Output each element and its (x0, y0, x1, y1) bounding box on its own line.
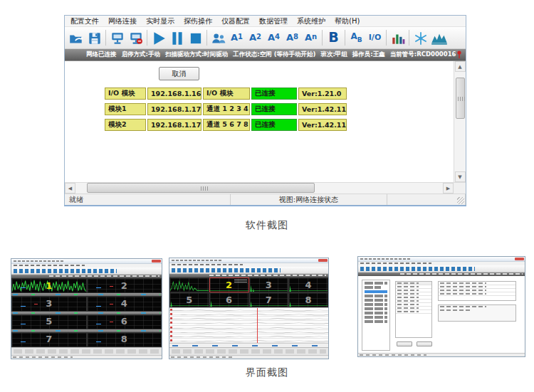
channel-cell-4: 4 (288, 277, 328, 292)
channel-number: 3 (12, 299, 86, 308)
stop-button[interactable] (187, 28, 204, 48)
scroll-up-icon[interactable]: ▲ (455, 61, 466, 72)
a4-num: 4 (275, 33, 280, 41)
table-cell: 通道 5 6 7 8 (203, 119, 250, 131)
mini-window-strip-chart: 2 3 4 5 6 7 8 (169, 258, 329, 359)
vertical-scroll-track[interactable] (455, 72, 466, 171)
cancel-button[interactable]: 取消 (159, 67, 199, 80)
b-scan-button[interactable]: B (325, 28, 342, 48)
channel-cell-7: 7 (249, 292, 289, 307)
snowflake-button[interactable] (412, 28, 429, 48)
menu-item-config-file[interactable]: 配置文件 (70, 16, 99, 26)
toolbar-separator (206, 30, 207, 46)
gate-marker-blue (21, 287, 26, 288)
scroll-down-icon[interactable]: ▼ (455, 171, 466, 182)
table-cell: 模块2 (105, 119, 146, 131)
ab-compare-button[interactable]: AB (347, 28, 365, 48)
scroll-right-icon[interactable]: ▶ (443, 183, 454, 194)
a8-label: A (286, 33, 293, 42)
config-tree-panel (362, 280, 390, 351)
start-button[interactable] (150, 28, 167, 48)
scroll-left-icon[interactable]: ◀ (65, 183, 75, 194)
table-cell: Ver:1.42.1156 (298, 103, 347, 115)
open-icon (68, 31, 84, 46)
pin-icon (456, 51, 462, 60)
menu-item-realtime-display[interactable]: 实时显示 (146, 16, 174, 26)
mini-tool-bar (11, 267, 162, 275)
mini-control-bar (11, 347, 162, 355)
status-bar: 就绪 视图:网络连接状态 (65, 194, 466, 205)
menu-item-network[interactable]: 网络连接 (108, 16, 137, 26)
channel-a8-button[interactable]: A8 (283, 28, 301, 48)
table-cell: I/O 模块 (203, 88, 250, 100)
spectrum-button[interactable] (430, 28, 449, 48)
config-button (397, 341, 412, 346)
toolbar-separator (386, 30, 387, 46)
menu-item-instrument-config[interactable]: 仪器配置 (221, 16, 250, 26)
status-strip: 网络已连接 启停方式:手动 扫描驱动方式:时间驱动 工作状态:空闲 (等待手动开… (65, 49, 466, 60)
menu-item-inspection[interactable]: 探伤操作 (184, 16, 212, 26)
menu-item-system-maintenance[interactable]: 系统维护 (297, 16, 325, 26)
channel-a2-button[interactable]: A2 (246, 28, 264, 48)
channel-a4-button[interactable]: A4 (265, 28, 283, 48)
menu-item-data-management[interactable]: 数据管理 (259, 16, 288, 26)
bar-chart-button[interactable] (389, 28, 407, 48)
mini-status-bar (169, 355, 328, 359)
vertical-scrollbar[interactable]: ▲ ▼ (454, 61, 466, 182)
software-screenshot-caption: 软件截图 (0, 219, 534, 232)
channel-cell-1: 1 (11, 278, 87, 293)
horizontal-scrollbar[interactable]: ◀ ▶ (65, 182, 466, 194)
table-cell: 192.168.1.169 (147, 88, 201, 100)
config-property-panel (438, 281, 516, 301)
table-cell: 模块1 (105, 103, 146, 115)
a8-num: 8 (293, 33, 298, 41)
horizontal-scroll-track[interactable] (75, 183, 443, 194)
connected-status-cell: 已连接 (251, 103, 297, 115)
ready-status: 就绪 (65, 194, 231, 205)
close-icon (318, 259, 328, 262)
channel-number: 8 (289, 295, 328, 304)
close-icon (515, 258, 524, 260)
strip-chart-area (169, 307, 328, 343)
users-button[interactable] (209, 28, 227, 48)
network-disconnect-icon (128, 31, 144, 46)
a4-label: A (268, 33, 275, 42)
io-button[interactable]: I/O (366, 28, 384, 48)
channel-a1-button[interactable]: A1 (228, 28, 246, 48)
scrollbar-corner (454, 183, 466, 194)
open-button[interactable] (67, 28, 85, 48)
channel-number: 2 (88, 281, 162, 290)
a1-label: A (231, 33, 238, 42)
table-cell: 通道 1 2 3 4 (203, 103, 250, 115)
menu-item-help[interactable]: 帮助(H) (335, 16, 360, 26)
module-status-table: I/O 模块 192.168.1.169 I/O 模块 已连接 Ver:1.21… (105, 88, 347, 131)
network-connect-icon (110, 31, 125, 46)
mini-status-bar (358, 353, 525, 356)
channel-number: 5 (12, 317, 86, 326)
save-button[interactable] (85, 28, 103, 48)
connected-status-cell: 已连接 (251, 88, 297, 100)
channel-number: 1 (12, 281, 86, 290)
horizontal-scroll-thumb[interactable] (87, 183, 315, 193)
view-status: 视图:网络连接状态 (231, 194, 387, 205)
resize-grip[interactable] (457, 197, 464, 204)
statusbar-right-segment (387, 194, 466, 205)
channel-an-button[interactable]: An (302, 28, 320, 48)
network-connect-button[interactable] (108, 28, 126, 48)
save-icon (87, 31, 103, 46)
channel-cell-2-active: 2 (209, 277, 249, 292)
table-cell: 192.168.1.171 (147, 119, 201, 131)
channel-cell-3: 3 (11, 296, 87, 311)
network-disconnect-button[interactable] (127, 28, 145, 48)
table-cell: 192.168.1.170 (147, 103, 201, 115)
waveform-grid: 2 3 4 5 6 7 8 (169, 277, 328, 307)
table-cell: I/O 模块 (105, 88, 146, 100)
table-cell: Ver:1.21.0 (298, 88, 347, 100)
scan-drive-mode-text: 扫描驱动方式:时间驱动 (165, 51, 228, 59)
waveform-grid: 1 2 3 4 5 6 7 8 (11, 278, 162, 347)
channel-cell-6: 6 (209, 292, 249, 307)
toolbar-separator (322, 30, 323, 46)
pause-button[interactable] (168, 28, 186, 48)
network-status-text: 网络已连接 (86, 51, 117, 59)
vertical-scroll-thumb[interactable] (456, 78, 465, 119)
